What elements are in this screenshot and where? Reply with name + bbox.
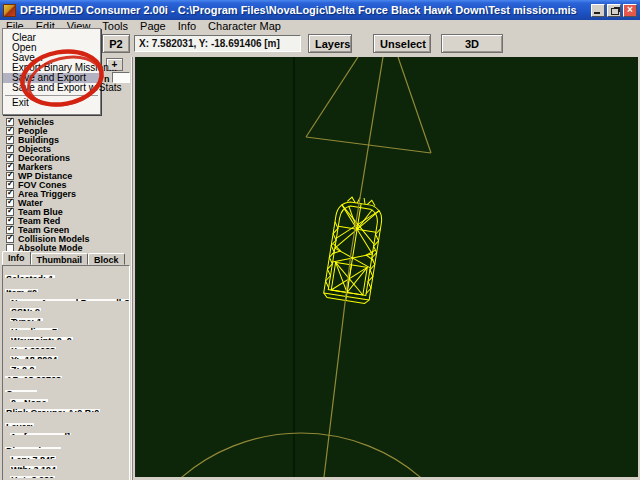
menu-bar-item[interactable]: Page bbox=[134, 20, 172, 33]
menu-bar-item[interactable]: Character Map bbox=[202, 20, 287, 33]
layers-button[interactable]: Layers bbox=[308, 34, 352, 53]
info-line: Type: 1 bbox=[5, 311, 129, 321]
info-line: Len: 7.845 bbox=[5, 449, 129, 459]
check-icon: ✓ bbox=[7, 198, 14, 206]
check-icon: ✓ bbox=[7, 234, 14, 242]
info-line: X: 4.39638 bbox=[5, 340, 129, 350]
info-line: 0 - None bbox=[5, 392, 129, 402]
check-icon: ✓ bbox=[7, 216, 14, 224]
check-icon: ✓ bbox=[7, 189, 14, 197]
unselect-all-button[interactable]: Unselect All bbox=[373, 34, 431, 53]
minimize-button[interactable] bbox=[591, 4, 605, 17]
close-icon: × bbox=[624, 4, 636, 15]
application-window: DFBHDMED Consumer 2.00i - C:\Program Fil… bbox=[0, 0, 640, 480]
file-menu-item[interactable]: Save and Export w/Stats bbox=[3, 83, 100, 93]
p2-button[interactable]: P2 bbox=[102, 34, 130, 53]
check-icon: ✓ bbox=[7, 153, 14, 161]
fov-cone bbox=[306, 57, 431, 153]
panel-tab[interactable]: Block bbox=[88, 253, 125, 265]
info-line: Layer: bbox=[5, 416, 129, 426]
check-icon: ✓ bbox=[7, 117, 14, 125]
check-icon: ✓ bbox=[7, 144, 14, 152]
file-menu-item[interactable]: Exit bbox=[3, 98, 100, 108]
info-line: AZ: 18.32768 bbox=[5, 369, 129, 379]
check-icon: ✓ bbox=[7, 171, 14, 179]
sidebar: + n ✓ Vehicles ✓ People ✓ Buildings ✓ Ob… bbox=[0, 57, 133, 480]
info-line: Z: 0.0 bbox=[5, 359, 129, 369]
vehicle-wireframe bbox=[323, 194, 385, 304]
trigger-circle bbox=[136, 433, 484, 477]
title-bar[interactable]: DFBHDMED Consumer 2.00i - C:\Program Fil… bbox=[0, 0, 640, 20]
close-button[interactable]: × bbox=[623, 4, 637, 17]
info-line: Heading: 7 bbox=[5, 321, 129, 331]
info-line-text: Hgt: 3.232 bbox=[10, 476, 55, 479]
viewport-canvas bbox=[136, 57, 638, 477]
panel-tab[interactable]: Info bbox=[2, 251, 31, 265]
info-line: Selected: 1 bbox=[5, 268, 129, 278]
map-viewport[interactable] bbox=[135, 57, 638, 477]
window-title: DFBHDMED Consumer 2.00i - C:\Program Fil… bbox=[20, 4, 591, 16]
info-line-text: Selected: 1 bbox=[5, 275, 55, 278]
info-line: Name: Armored Personell Ca bbox=[5, 292, 129, 302]
check-icon: ✓ bbox=[7, 135, 14, 143]
info-line: 1 - [unnamed] bbox=[5, 426, 129, 436]
panel-tabs: InfoThumbnailBlock bbox=[2, 251, 125, 265]
menu-bar-item[interactable]: Info bbox=[172, 20, 202, 33]
coordinate-display: X: 7.582031, Y: -18.691406 [m] bbox=[134, 35, 301, 52]
checkbox[interactable]: ✓ bbox=[6, 235, 14, 243]
info-line-text: AZ: 18.32768 bbox=[5, 376, 62, 379]
app-icon bbox=[3, 4, 16, 17]
panel-tab[interactable]: Thumbnail bbox=[31, 253, 89, 265]
check-icon: ✓ bbox=[7, 207, 14, 215]
info-panel: Selected: 1 Item #0 Name: Armored Person… bbox=[2, 265, 130, 480]
minimize-icon bbox=[594, 12, 600, 14]
info-line: Wth: 3.194 bbox=[5, 459, 129, 469]
file-menu-dropdown: ClearOpenSave...Export Binary Mission...… bbox=[2, 28, 101, 115]
info-line: SSN: 9 bbox=[5, 301, 129, 311]
restore-button[interactable] bbox=[607, 4, 621, 17]
info-line: Item #0 bbox=[5, 282, 129, 292]
info-line: Hgt: 3.232 bbox=[5, 469, 129, 479]
check-icon: ✓ bbox=[7, 126, 14, 134]
check-icon: ✓ bbox=[7, 162, 14, 170]
check-icon: ✓ bbox=[7, 180, 14, 188]
info-line-text: 1 - [unnamed] bbox=[10, 433, 71, 436]
info-line: Waypoint: 0, 0 bbox=[5, 330, 129, 340]
info-line: Y: -18.8024 bbox=[5, 349, 129, 359]
info-line: Dimensions: bbox=[5, 440, 129, 450]
info-line: Blink Groups: A:0 B:0 bbox=[5, 402, 129, 412]
file-menu-item[interactable] bbox=[3, 93, 100, 98]
menu-bar-item[interactable]: Tools bbox=[96, 20, 134, 33]
check-icon: ✓ bbox=[7, 225, 14, 233]
info-line-text: Blink Groups: A:0 B:0 bbox=[5, 409, 100, 412]
display-filter-list: ✓ Vehicles ✓ People ✓ Buildings ✓ Object… bbox=[2, 117, 131, 252]
3d-wireframe-button[interactable]: 3D Wireframe bbox=[441, 34, 503, 53]
restore-icon bbox=[611, 8, 619, 15]
info-line: Group: bbox=[5, 383, 129, 393]
